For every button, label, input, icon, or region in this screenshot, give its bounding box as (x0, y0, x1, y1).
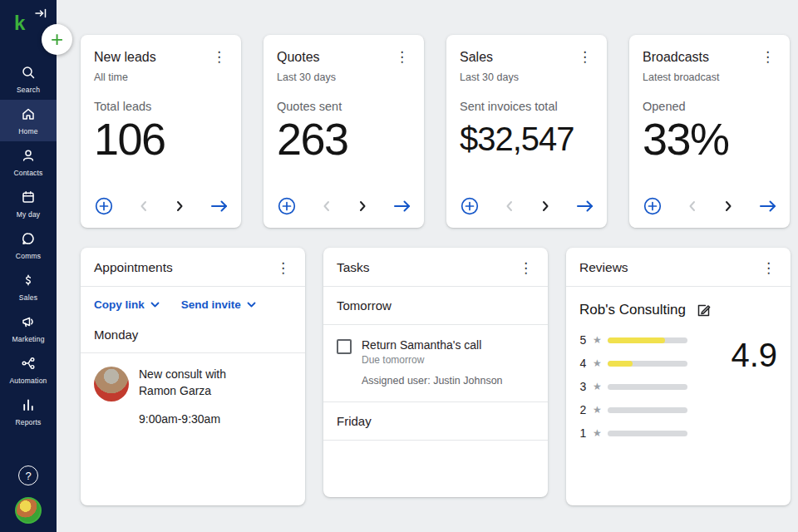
appointments-panel: Appointments ⋮ Copy link Send invite Mon… (81, 248, 305, 505)
chevron-left-icon[interactable] (503, 200, 516, 213)
rating-label: 3 (579, 380, 587, 393)
quick-add-button[interactable]: + (42, 24, 72, 55)
card-subtitle: Last 30 days (460, 71, 594, 83)
megaphone-icon (21, 314, 36, 332)
sidebar-item-label: Reports (15, 418, 41, 426)
sidebar-item-label: Marketing (12, 335, 44, 343)
rating-row-1: 1 ★ (579, 426, 727, 440)
arrow-right-icon[interactable] (209, 199, 229, 214)
rating-row-2: 2 ★ (579, 403, 727, 416)
edit-icon[interactable] (696, 303, 712, 318)
rating-label: 1 (579, 426, 587, 440)
rating-label: 5 (579, 333, 587, 347)
sidebar-item-label: Home (18, 127, 37, 135)
chevron-right-icon[interactable] (539, 200, 552, 213)
plus-icon: + (51, 28, 63, 50)
chevron-right-icon[interactable] (356, 200, 369, 213)
metric-label: Sent invoices total (460, 100, 594, 113)
stats-row: New leads ⋮ All time Total leads 106 (81, 35, 798, 228)
sidebar-nav: Search Home Contacts (0, 58, 57, 432)
card-subtitle: Last 30 days (277, 71, 411, 83)
sidebar-item-contacts[interactable]: Contacts (0, 141, 57, 183)
rating-label: 2 (579, 403, 587, 416)
rating-row-4: 4 ★ (579, 357, 727, 370)
sidebar-item-label: Automation (10, 377, 47, 385)
chevron-right-icon[interactable] (722, 200, 735, 213)
rating-bar-track (608, 407, 687, 413)
home-icon (21, 106, 36, 125)
kebab-menu-icon[interactable]: ⋮ (517, 261, 534, 275)
arrow-right-icon[interactable] (758, 199, 778, 214)
sidebar-item-my-day[interactable]: My day (0, 183, 57, 224)
sidebar-item-label: My day (17, 210, 41, 219)
help-icon[interactable]: ? (18, 466, 38, 485)
copy-link-button[interactable]: Copy link (94, 298, 160, 311)
task-section-label: Tomorrow (323, 287, 548, 325)
kebab-menu-icon[interactable]: ⋮ (210, 50, 228, 64)
kebab-menu-icon[interactable]: ⋮ (759, 50, 776, 64)
stat-card-quotes: Quotes ⋮ Last 30 days Quotes sent 263 (264, 35, 424, 228)
sidebar-item-sales[interactable]: Sales (0, 266, 57, 308)
kebab-menu-icon[interactable]: ⋮ (393, 50, 411, 64)
task-item[interactable]: Return Samantha's call Due tomorrow Assi… (323, 325, 548, 402)
add-circle-icon[interactable] (94, 196, 114, 216)
tasks-panel: Tasks ⋮ Tomorrow Return Samantha's call … (323, 248, 548, 497)
sidebar-item-reports[interactable]: Reports (0, 391, 57, 432)
chevron-left-icon[interactable] (686, 200, 699, 213)
bar-chart-icon (21, 397, 36, 416)
sidebar-item-marketing[interactable]: Marketing (0, 308, 57, 349)
panel-title: Tasks (337, 260, 370, 275)
appointment-item[interactable]: New consult with Ramon Garza 9:00am-9:30… (94, 367, 292, 426)
kebab-menu-icon[interactable]: ⋮ (274, 261, 292, 275)
rating-bar-track (608, 384, 687, 390)
task-checkbox[interactable] (337, 339, 352, 354)
day-label: Monday (94, 328, 292, 342)
user-avatar[interactable] (15, 497, 42, 524)
card-title: Quotes (277, 50, 320, 65)
add-circle-icon[interactable] (643, 196, 663, 216)
rating-label: 4 (579, 357, 587, 370)
card-subtitle: Latest broadcast (643, 71, 776, 83)
arrow-right-icon[interactable] (575, 199, 595, 214)
add-circle-icon[interactable] (460, 196, 480, 216)
star-icon: ★ (593, 335, 602, 345)
sidebar: k + Search Home (0, 0, 57, 532)
chevron-right-icon[interactable] (173, 200, 186, 213)
task-section-label: Friday (323, 402, 548, 441)
contacts-icon (21, 148, 36, 166)
sidebar-item-home[interactable]: Home (0, 100, 57, 141)
chevron-down-icon (247, 302, 256, 308)
business-name: Rob's Consulting (579, 302, 686, 318)
keap-logo[interactable]: k (14, 12, 25, 35)
metric-label: Opened (643, 100, 776, 113)
rating-row-3: 3 ★ (579, 380, 727, 393)
task-due: Due tomorrow (362, 354, 503, 366)
task-assigned-user: Assigned user: Justin Johnson (362, 375, 503, 387)
sidebar-item-search[interactable]: Search (0, 58, 57, 100)
collapse-sidebar-icon[interactable] (33, 6, 48, 24)
arrow-right-icon[interactable] (392, 199, 412, 214)
sidebar-item-comms[interactable]: Comms (0, 224, 57, 266)
card-title: Sales (460, 50, 493, 65)
chevron-down-icon (150, 302, 160, 308)
automation-icon (21, 356, 36, 374)
add-circle-icon[interactable] (277, 196, 297, 216)
dollar-icon (21, 273, 36, 291)
copy-link-label: Copy link (94, 298, 145, 311)
star-icon: ★ (593, 428, 602, 438)
average-rating: 4.9 (731, 337, 777, 450)
send-invite-label: Send invite (181, 298, 241, 311)
metric-value: 106 (94, 113, 228, 165)
sidebar-item-label: Sales (19, 293, 37, 302)
kebab-menu-icon[interactable]: ⋮ (760, 261, 777, 275)
chevron-left-icon[interactable] (320, 200, 333, 213)
rating-bar-fill (608, 337, 665, 343)
stat-card-new-leads: New leads ⋮ All time Total leads 106 (81, 35, 241, 228)
kebab-menu-icon[interactable]: ⋮ (576, 50, 594, 64)
dashboard: New leads ⋮ All time Total leads 106 (57, 0, 798, 505)
chevron-left-icon[interactable] (137, 200, 150, 213)
rating-bar-track (608, 431, 687, 436)
send-invite-button[interactable]: Send invite (181, 298, 256, 311)
sidebar-item-automation[interactable]: Automation (0, 349, 57, 391)
reviews-panel: Reviews ⋮ Rob's Consulting 5 (566, 248, 791, 505)
